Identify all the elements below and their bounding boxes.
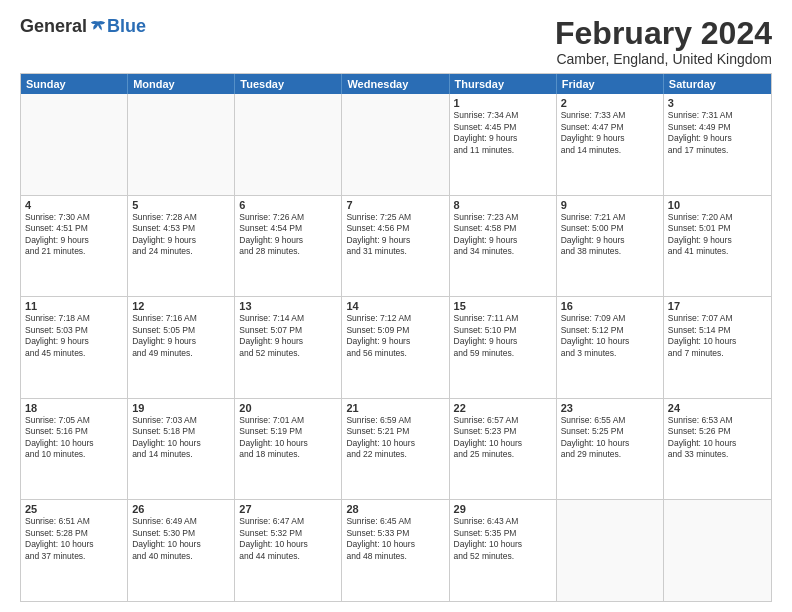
day-info: Sunrise: 7:28 AM Sunset: 4:53 PM Dayligh… [132, 212, 230, 258]
day-info: Sunrise: 7:30 AM Sunset: 4:51 PM Dayligh… [25, 212, 123, 258]
day-info: Sunrise: 7:05 AM Sunset: 5:16 PM Dayligh… [25, 415, 123, 461]
day-info: Sunrise: 7:09 AM Sunset: 5:12 PM Dayligh… [561, 313, 659, 359]
calendar-header: SundayMondayTuesdayWednesdayThursdayFrid… [21, 74, 771, 94]
calendar-cell: 24Sunrise: 6:53 AM Sunset: 5:26 PM Dayli… [664, 399, 771, 500]
weekday-header-monday: Monday [128, 74, 235, 94]
month-title: February 2024 [555, 16, 772, 51]
day-number: 13 [239, 300, 337, 312]
calendar-cell [21, 94, 128, 195]
day-info: Sunrise: 7:25 AM Sunset: 4:56 PM Dayligh… [346, 212, 444, 258]
day-info: Sunrise: 7:34 AM Sunset: 4:45 PM Dayligh… [454, 110, 552, 156]
calendar-cell: 2Sunrise: 7:33 AM Sunset: 4:47 PM Daylig… [557, 94, 664, 195]
day-number: 26 [132, 503, 230, 515]
weekday-header-thursday: Thursday [450, 74, 557, 94]
calendar-cell: 15Sunrise: 7:11 AM Sunset: 5:10 PM Dayli… [450, 297, 557, 398]
day-number: 28 [346, 503, 444, 515]
day-info: Sunrise: 6:51 AM Sunset: 5:28 PM Dayligh… [25, 516, 123, 562]
day-number: 5 [132, 199, 230, 211]
calendar: SundayMondayTuesdayWednesdayThursdayFrid… [20, 73, 772, 602]
day-info: Sunrise: 6:47 AM Sunset: 5:32 PM Dayligh… [239, 516, 337, 562]
calendar-cell: 18Sunrise: 7:05 AM Sunset: 5:16 PM Dayli… [21, 399, 128, 500]
title-block: February 2024 Camber, England, United Ki… [555, 16, 772, 67]
weekday-header-sunday: Sunday [21, 74, 128, 94]
calendar-cell: 26Sunrise: 6:49 AM Sunset: 5:30 PM Dayli… [128, 500, 235, 601]
calendar-cell: 16Sunrise: 7:09 AM Sunset: 5:12 PM Dayli… [557, 297, 664, 398]
weekday-header-wednesday: Wednesday [342, 74, 449, 94]
calendar-cell: 8Sunrise: 7:23 AM Sunset: 4:58 PM Daylig… [450, 196, 557, 297]
day-info: Sunrise: 6:59 AM Sunset: 5:21 PM Dayligh… [346, 415, 444, 461]
calendar-cell: 17Sunrise: 7:07 AM Sunset: 5:14 PM Dayli… [664, 297, 771, 398]
calendar-cell: 10Sunrise: 7:20 AM Sunset: 5:01 PM Dayli… [664, 196, 771, 297]
calendar-row: 25Sunrise: 6:51 AM Sunset: 5:28 PM Dayli… [21, 500, 771, 601]
calendar-row: 4Sunrise: 7:30 AM Sunset: 4:51 PM Daylig… [21, 196, 771, 298]
day-info: Sunrise: 6:49 AM Sunset: 5:30 PM Dayligh… [132, 516, 230, 562]
calendar-cell: 23Sunrise: 6:55 AM Sunset: 5:25 PM Dayli… [557, 399, 664, 500]
day-number: 20 [239, 402, 337, 414]
calendar-cell: 6Sunrise: 7:26 AM Sunset: 4:54 PM Daylig… [235, 196, 342, 297]
calendar-cell: 9Sunrise: 7:21 AM Sunset: 5:00 PM Daylig… [557, 196, 664, 297]
calendar-cell: 14Sunrise: 7:12 AM Sunset: 5:09 PM Dayli… [342, 297, 449, 398]
day-number: 12 [132, 300, 230, 312]
day-number: 9 [561, 199, 659, 211]
weekday-header-saturday: Saturday [664, 74, 771, 94]
calendar-cell: 27Sunrise: 6:47 AM Sunset: 5:32 PM Dayli… [235, 500, 342, 601]
day-info: Sunrise: 7:26 AM Sunset: 4:54 PM Dayligh… [239, 212, 337, 258]
logo-general: General [20, 16, 87, 37]
day-info: Sunrise: 6:45 AM Sunset: 5:33 PM Dayligh… [346, 516, 444, 562]
logo: General Blue [20, 16, 146, 37]
day-number: 19 [132, 402, 230, 414]
page: General Blue February 2024 Camber, Engla… [0, 0, 792, 612]
calendar-cell: 21Sunrise: 6:59 AM Sunset: 5:21 PM Dayli… [342, 399, 449, 500]
calendar-cell: 19Sunrise: 7:03 AM Sunset: 5:18 PM Dayli… [128, 399, 235, 500]
calendar-cell [235, 94, 342, 195]
header: General Blue February 2024 Camber, Engla… [20, 16, 772, 67]
day-info: Sunrise: 7:16 AM Sunset: 5:05 PM Dayligh… [132, 313, 230, 359]
day-number: 11 [25, 300, 123, 312]
calendar-cell: 29Sunrise: 6:43 AM Sunset: 5:35 PM Dayli… [450, 500, 557, 601]
day-number: 4 [25, 199, 123, 211]
day-number: 22 [454, 402, 552, 414]
day-number: 16 [561, 300, 659, 312]
day-number: 17 [668, 300, 767, 312]
calendar-row: 1Sunrise: 7:34 AM Sunset: 4:45 PM Daylig… [21, 94, 771, 196]
day-info: Sunrise: 7:20 AM Sunset: 5:01 PM Dayligh… [668, 212, 767, 258]
calendar-cell: 13Sunrise: 7:14 AM Sunset: 5:07 PM Dayli… [235, 297, 342, 398]
logo-bird-icon [89, 18, 107, 36]
day-info: Sunrise: 6:43 AM Sunset: 5:35 PM Dayligh… [454, 516, 552, 562]
day-number: 23 [561, 402, 659, 414]
calendar-cell: 4Sunrise: 7:30 AM Sunset: 4:51 PM Daylig… [21, 196, 128, 297]
day-info: Sunrise: 6:55 AM Sunset: 5:25 PM Dayligh… [561, 415, 659, 461]
calendar-cell: 28Sunrise: 6:45 AM Sunset: 5:33 PM Dayli… [342, 500, 449, 601]
calendar-cell: 1Sunrise: 7:34 AM Sunset: 4:45 PM Daylig… [450, 94, 557, 195]
day-number: 8 [454, 199, 552, 211]
day-number: 21 [346, 402, 444, 414]
logo-text: General Blue [20, 16, 146, 37]
calendar-cell [557, 500, 664, 601]
day-info: Sunrise: 6:53 AM Sunset: 5:26 PM Dayligh… [668, 415, 767, 461]
day-info: Sunrise: 7:01 AM Sunset: 5:19 PM Dayligh… [239, 415, 337, 461]
calendar-cell: 7Sunrise: 7:25 AM Sunset: 4:56 PM Daylig… [342, 196, 449, 297]
day-info: Sunrise: 7:12 AM Sunset: 5:09 PM Dayligh… [346, 313, 444, 359]
calendar-cell: 22Sunrise: 6:57 AM Sunset: 5:23 PM Dayli… [450, 399, 557, 500]
day-info: Sunrise: 7:11 AM Sunset: 5:10 PM Dayligh… [454, 313, 552, 359]
weekday-header-friday: Friday [557, 74, 664, 94]
calendar-cell: 12Sunrise: 7:16 AM Sunset: 5:05 PM Dayli… [128, 297, 235, 398]
day-number: 14 [346, 300, 444, 312]
day-number: 1 [454, 97, 552, 109]
day-info: Sunrise: 7:33 AM Sunset: 4:47 PM Dayligh… [561, 110, 659, 156]
location: Camber, England, United Kingdom [555, 51, 772, 67]
weekday-header-tuesday: Tuesday [235, 74, 342, 94]
calendar-cell: 11Sunrise: 7:18 AM Sunset: 5:03 PM Dayli… [21, 297, 128, 398]
day-number: 29 [454, 503, 552, 515]
day-number: 24 [668, 402, 767, 414]
day-info: Sunrise: 7:23 AM Sunset: 4:58 PM Dayligh… [454, 212, 552, 258]
calendar-body: 1Sunrise: 7:34 AM Sunset: 4:45 PM Daylig… [21, 94, 771, 601]
logo-blue: Blue [107, 16, 146, 37]
day-info: Sunrise: 7:14 AM Sunset: 5:07 PM Dayligh… [239, 313, 337, 359]
calendar-row: 11Sunrise: 7:18 AM Sunset: 5:03 PM Dayli… [21, 297, 771, 399]
day-number: 10 [668, 199, 767, 211]
day-number: 7 [346, 199, 444, 211]
day-info: Sunrise: 6:57 AM Sunset: 5:23 PM Dayligh… [454, 415, 552, 461]
day-info: Sunrise: 7:21 AM Sunset: 5:00 PM Dayligh… [561, 212, 659, 258]
calendar-cell [342, 94, 449, 195]
